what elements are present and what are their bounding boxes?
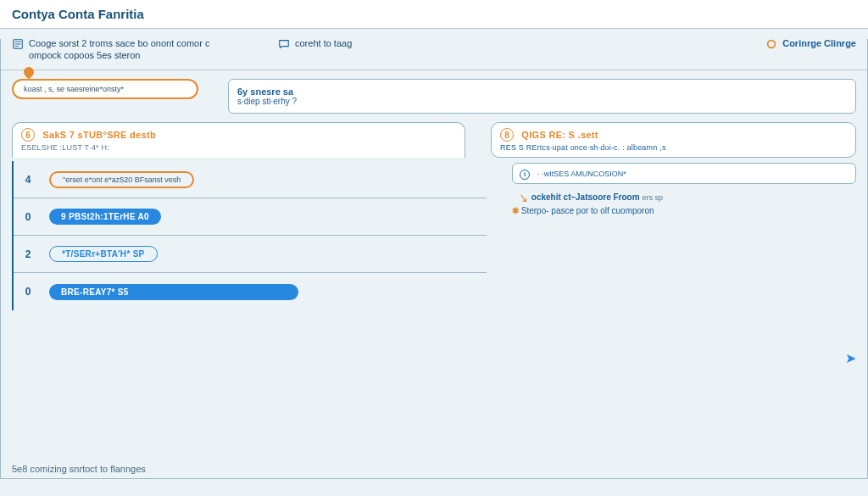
list-column: 4 "erset e*ont e*az520 BFsanst vesh 0 9 … xyxy=(12,158,487,310)
row-number: 0 xyxy=(14,286,42,298)
side-column: i · ·wItSES AMUNCOSION* ↘ ockehit ct–Jat… xyxy=(512,158,856,310)
tab-columns[interactable]: Cooge sorst 2 troms sace bo onont comor … xyxy=(12,37,232,70)
arrow-icon: ↘ xyxy=(518,190,531,205)
right-col: 6y snesre sa s·diep sti·erhy ? xyxy=(228,79,856,114)
info-icon: i xyxy=(520,170,530,180)
card-right[interactable]: 8 QIGS RE: S .sett RES S RErtcs·upat onc… xyxy=(491,122,856,158)
note-key: ockehit ct–Jatsoore Froom xyxy=(531,192,640,202)
up-arrow-icon: ➤ xyxy=(845,350,856,366)
list-item[interactable]: 0 9 PBSt2h:1TErHE A0 xyxy=(14,198,487,236)
left-col: koast , s, se saesreine*onsty* xyxy=(12,79,228,114)
highlighted-field[interactable]: koast , s, se saesreine*onsty* xyxy=(12,79,198,99)
panel-line1: 6y snesre sa xyxy=(237,86,847,97)
panel-line2: s·diep sti·erhy ? xyxy=(237,97,847,106)
list-item[interactable]: 4 "erset e*ont e*az520 BFsanst vesh xyxy=(14,161,487,198)
info-panel: 6y snesre sa s·diep sti·erhy ? xyxy=(228,79,856,114)
card-title: QIGS RE: S .sett xyxy=(521,130,598,140)
side-notes: ↘ ockehit ct–Jatsoore Froom ers sp ✱ Ste… xyxy=(512,189,856,215)
side-badge[interactable]: i · ·wItSES AMUNCOSION* xyxy=(512,163,856,184)
badge-text: · ·wItSES AMUNCOSION* xyxy=(537,170,626,178)
page-title: Contya Conta Fanritia xyxy=(12,7,144,21)
note-line: Sterpo- pasce por to olf cuomporon xyxy=(521,206,654,215)
list-item[interactable]: 2 *T/SERr+BTA'H* SP xyxy=(14,236,487,273)
page-icon xyxy=(12,38,24,50)
dot-icon xyxy=(765,38,777,50)
step-number: 6 xyxy=(21,128,35,142)
cards-row: 6 SakS 7 sTUB°SRE destb ESELSHE :LUST T·… xyxy=(12,122,856,158)
card-title: SakS 7 sTUB°SRE destb xyxy=(42,130,156,140)
step-list: 4 "erset e*ont e*az520 BFsanst vesh 0 9 … xyxy=(12,161,487,310)
tab-label: Corinrge Clinrge xyxy=(782,37,856,49)
row-button[interactable]: 9 PBSt2h:1TErHE A0 xyxy=(49,209,161,225)
chat-icon xyxy=(278,38,290,50)
row-number: 4 xyxy=(14,174,42,186)
footer-note: 5e8 comizing snrtoct to flannges xyxy=(12,464,146,474)
step-number: 8 xyxy=(500,128,514,142)
tab-bar: Cooge sorst 2 troms sace bo onont comor … xyxy=(0,29,868,70)
tab-label: coreht to taag xyxy=(295,37,352,49)
tab-configure[interactable]: Corinrge Clinrge xyxy=(765,37,856,70)
tab-label: Cooge sorst 2 troms sace bo onont comor … xyxy=(29,37,232,61)
note-sub: ers sp xyxy=(642,193,663,202)
svg-point-4 xyxy=(768,41,776,48)
card-sub: RES S RErtcs·upat once·sh·doi-c. : albea… xyxy=(500,143,847,152)
row-button[interactable]: BRE-REAY7* S5 xyxy=(49,284,298,300)
app-header: Contya Conta Fanritia xyxy=(0,0,868,29)
tab-content[interactable]: coreht to taag xyxy=(278,37,352,70)
row-pill[interactable]: "erset e*ont e*az520 BFsanst vesh xyxy=(49,171,194,188)
list-item[interactable]: 0 BRE-REAY7* S5 xyxy=(14,273,487,310)
card-sub: ESELSHE :LUST T·4* H: xyxy=(21,143,456,152)
row-number: 0 xyxy=(14,211,42,223)
main-content: koast , s, se saesreine*onsty* 6y snesre… xyxy=(0,70,868,315)
row-number: 2 xyxy=(14,248,42,260)
row-button[interactable]: *T/SERr+BTA'H* SP xyxy=(49,246,158,262)
card-left[interactable]: 6 SakS 7 sTUB°SRE destb ESELSHE :LUST T·… xyxy=(12,122,465,158)
